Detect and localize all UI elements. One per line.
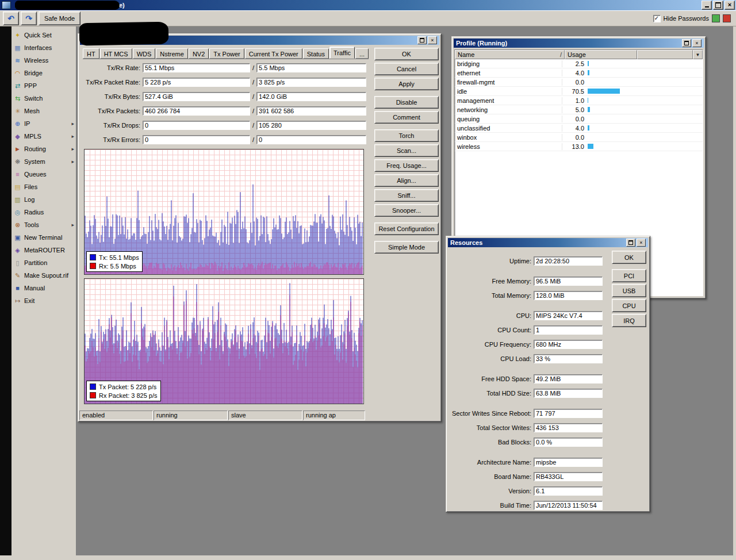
close-icon: × (728, 2, 731, 8)
sidebar-item-label: Radius (24, 209, 74, 216)
profile-row[interactable]: unclassified4.0 (455, 124, 703, 133)
resource-value: 2d 20:28:50 (534, 256, 603, 266)
column-header-usage[interactable]: Usage (565, 50, 637, 59)
submenu-arrow-icon: ▸ (71, 146, 74, 152)
usb-button[interactable]: USB (612, 284, 646, 297)
sidebar-item-log[interactable]: ▥Log (12, 193, 76, 206)
resource-value: Jun/12/2013 11:50:54 (534, 501, 603, 510)
tab-wds[interactable]: WDS (133, 48, 156, 59)
sidebar-item-manual[interactable]: ■Manual (12, 282, 76, 294)
ok-button[interactable]: OK (612, 251, 646, 264)
sniff-button[interactable]: Sniff... (374, 189, 439, 202)
close-button[interactable]: × (637, 239, 646, 247)
close-button[interactable]: × (428, 36, 437, 44)
sidebar-item-ppp[interactable]: ⇄PPP (12, 79, 76, 92)
sidebar-item-partition[interactable]: ▯Partition (12, 256, 76, 269)
safe-mode-button[interactable]: Safe Mode (39, 11, 80, 25)
stat-separator: / (252, 64, 254, 71)
sidebar-item-label: Wireless (24, 57, 74, 64)
minimize-button[interactable] (702, 1, 712, 10)
sidebar-item-queues[interactable]: ≡Queues (12, 168, 76, 181)
snooper-button[interactable]: Snooper... (374, 204, 439, 217)
profile-row[interactable]: winbox0.0 (455, 133, 703, 142)
traffic-rate-graph: Tx: 55.1 MbpsRx: 5.5 Mbps (84, 149, 364, 275)
profile-row[interactable]: wireless13.0 (455, 142, 703, 151)
close-button[interactable]: × (692, 39, 702, 47)
redo-button[interactable]: ↷ (21, 11, 37, 25)
restore-button[interactable] (626, 239, 635, 247)
profile-row[interactable]: firewall-mgmt0.0 (455, 78, 703, 87)
sidebar-item-make-supout-rif[interactable]: ✎Make Supout.rif (12, 269, 76, 282)
tab-nv2[interactable]: NV2 (189, 48, 209, 59)
scan-button[interactable]: Scan... (374, 144, 439, 157)
tab-current-tx-power[interactable]: Current Tx Power (245, 48, 302, 59)
sidebar-item-system[interactable]: ❋System▸ (12, 155, 76, 168)
maximize-button[interactable] (713, 1, 723, 10)
sidebar-item-mesh[interactable]: ✳Mesh (12, 105, 76, 117)
sidebar-item-metarouter[interactable]: ◈MetaROUTER (12, 244, 76, 256)
terminal-icon: ▣ (13, 235, 22, 241)
comment-button[interactable]: Comment (374, 111, 439, 124)
legend-row: Rx: 5.5 Mbps (90, 262, 139, 270)
tab-tx-power[interactable]: Tx Power (209, 48, 244, 59)
sidebar-item-files[interactable]: ▤Files (12, 181, 76, 193)
profile-row[interactable]: bridging2.5 (455, 59, 703, 68)
tab-nstreme[interactable]: Nstreme (156, 48, 188, 59)
ok-button[interactable]: OK (374, 48, 439, 60)
pci-button[interactable]: PCI (612, 269, 646, 282)
profile-row[interactable]: queuing0.0 (455, 114, 703, 124)
profile-row[interactable]: ethernet4.0 (455, 68, 703, 78)
sidebar-item-exit[interactable]: ↦Exit (12, 294, 76, 307)
disable-button[interactable]: Disable (374, 96, 439, 109)
sidebar-item-radius[interactable]: ◎Radius (12, 206, 76, 218)
resource-label: Architecture Name: (448, 459, 534, 466)
tab-ht[interactable]: HT (83, 48, 99, 59)
apply-button[interactable]: Apply (374, 78, 439, 90)
profile-table-header: Name / Usage ▼ (455, 50, 703, 59)
status-segment-running-ap: running ap (303, 411, 365, 420)
sidebar-item-new-terminal[interactable]: ▣New Terminal (12, 231, 76, 244)
profile-row[interactable]: idle70.5 (455, 87, 703, 96)
usage-bar (588, 70, 589, 75)
profile-usage-cell: 70.5 (562, 88, 586, 95)
tab-[interactable]: ... (355, 48, 369, 59)
close-icon: × (639, 240, 642, 246)
tx-legend-swatch (90, 254, 96, 260)
torch-button[interactable]: Torch (374, 129, 439, 142)
reset-configuration-button[interactable]: Reset Configuration (374, 223, 439, 235)
simple-mode-button[interactable]: Simple Mode (374, 241, 439, 254)
sidebar-item-routing[interactable]: ►Routing▸ (12, 143, 76, 155)
restore-button[interactable] (417, 36, 427, 44)
column-filter-dropdown[interactable]: ▼ (693, 50, 703, 59)
profile-row[interactable]: networking5.0 (455, 105, 703, 114)
irq-button[interactable]: IRQ (612, 314, 646, 327)
chevron-down-icon: ▼ (696, 52, 700, 57)
hide-passwords-label[interactable]: Hide Passwords (664, 15, 709, 22)
tab-ht-mcs[interactable]: HT MCS (100, 48, 132, 59)
profile-row[interactable]: management1.0 (455, 96, 703, 105)
sidebar-item-interfaces[interactable]: ▦Interfaces (12, 41, 76, 54)
sidebar-item-quick-set[interactable]: ✦Quick Set (12, 29, 76, 41)
sidebar-item-mpls[interactable]: ◆MPLS▸ (12, 130, 76, 143)
profile-usage-cell: 0.0 (562, 79, 586, 86)
restore-button[interactable] (682, 39, 691, 47)
cpu-button[interactable]: CPU (612, 299, 646, 312)
tab-traffic[interactable]: Traffic (329, 47, 355, 59)
sidebar: ✦Quick Set▦Interfaces≋Wireless◠Bridge⇄PP… (12, 26, 76, 555)
freq-usage-button[interactable]: Freq. Usage... (374, 159, 439, 172)
undo-button[interactable]: ↶ (3, 11, 19, 25)
align-button[interactable]: Align... (374, 174, 439, 187)
sidebar-item-ip[interactable]: ⊕IP▸ (12, 117, 76, 130)
sidebar-item-switch[interactable]: ⇆Switch (12, 92, 76, 105)
sidebar-item-tools[interactable]: ⊗Tools▸ (12, 218, 76, 231)
resource-label: Board Name: (448, 473, 534, 480)
hide-passwords-checkbox[interactable]: ✓ (653, 15, 661, 22)
sidebar-item-wireless[interactable]: ≋Wireless (12, 54, 76, 67)
close-button[interactable]: × (724, 1, 735, 10)
sidebar-item-bridge[interactable]: ◠Bridge (12, 67, 76, 79)
tab-status[interactable]: Status (303, 48, 329, 59)
cancel-button[interactable]: Cancel (374, 63, 439, 75)
column-header-name[interactable]: Name / (455, 50, 565, 59)
safe-mode-label: Safe Mode (44, 15, 75, 22)
close-icon: × (695, 41, 698, 46)
